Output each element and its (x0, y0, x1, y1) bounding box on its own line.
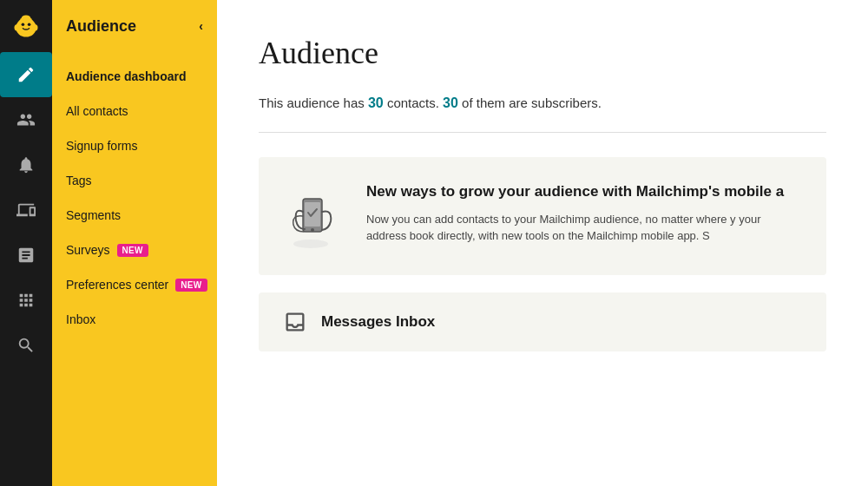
svg-point-4 (15, 24, 19, 30)
promo-body: Now you can add contacts to your Mailchi… (366, 211, 802, 245)
sidebar-item-label: Surveys (66, 243, 110, 257)
promo-card: New ways to grow your audience with Mail… (259, 157, 826, 275)
promo-text: New ways to grow your audience with Mail… (366, 181, 802, 245)
logo (0, 0, 52, 52)
svg-point-10 (311, 228, 314, 232)
promo-body-text: Now you can add contacts to your Mailchi… (366, 213, 761, 243)
contacts-count: 30 (368, 95, 384, 110)
inbox-card[interactable]: Messages Inbox (259, 292, 826, 351)
sidebar-item-tags[interactable]: Tags (52, 163, 217, 198)
sidebar-item-signup-forms[interactable]: Signup forms (52, 128, 217, 163)
sidebar-item-label: Segments (66, 208, 121, 222)
badge-new: New (117, 244, 148, 257)
audience-summary: This audience has 30 contacts. 30 of the… (259, 95, 826, 111)
rail-item-apps[interactable] (0, 278, 52, 323)
sidebar-item-label: Preferences center (66, 278, 168, 292)
rail-item-audience[interactable] (0, 97, 52, 142)
sidebar-item-label: All contacts (66, 104, 128, 118)
promo-illustration (276, 181, 345, 251)
sidebar: Audience ‹ Audience dashboardAll contact… (52, 0, 217, 486)
rail-item-search[interactable] (0, 323, 52, 368)
svg-point-6 (22, 15, 31, 21)
sidebar-item-label: Tags (66, 174, 92, 187)
main-area: Audience This audience has 30 contacts. … (217, 0, 868, 486)
rail-item-reports[interactable] (0, 233, 52, 278)
summary-middle: contacts. (384, 95, 443, 110)
subscribers-count: 30 (443, 95, 458, 110)
rail-item-automations[interactable] (0, 142, 52, 187)
sidebar-item-audience-dashboard[interactable]: Audience dashboard (52, 59, 217, 94)
sidebar-item-label: Signup forms (66, 139, 137, 153)
svg-point-7 (293, 240, 328, 248)
svg-point-3 (28, 23, 31, 26)
icon-rail (0, 0, 52, 486)
sidebar-item-inbox[interactable]: Inbox (52, 302, 217, 337)
svg-point-2 (22, 23, 25, 26)
rail-item-campaigns[interactable] (0, 52, 52, 97)
sidebar-item-all-contacts[interactable]: All contacts (52, 94, 217, 128)
sidebar-item-preferences-center[interactable]: Preferences centerNew (52, 267, 217, 302)
sidebar-item-surveys[interactable]: SurveysNew (52, 233, 217, 267)
promo-title: New ways to grow your audience with Mail… (366, 181, 802, 202)
sidebar-collapse-button[interactable]: ‹ (199, 19, 203, 33)
summary-suffix: of them are subscribers. (458, 95, 602, 110)
main-content: Audience This audience has 30 contacts. … (217, 0, 868, 486)
inbox-card-icon (283, 310, 307, 334)
svg-point-5 (33, 24, 37, 30)
divider (259, 132, 826, 133)
badge-new: New (175, 279, 207, 292)
sidebar-header: Audience ‹ (52, 0, 217, 52)
summary-prefix: This audience has (259, 95, 368, 110)
sidebar-item-label: Inbox (66, 312, 95, 326)
rail-item-integrations[interactable] (0, 187, 52, 233)
sidebar-item-segments[interactable]: Segments (52, 198, 217, 233)
sidebar-item-label: Audience dashboard (66, 69, 186, 83)
inbox-label: Messages Inbox (321, 313, 435, 331)
page-title: Audience (259, 35, 826, 71)
sidebar-nav: Audience dashboardAll contactsSignup for… (52, 52, 217, 344)
sidebar-title: Audience (66, 17, 136, 36)
